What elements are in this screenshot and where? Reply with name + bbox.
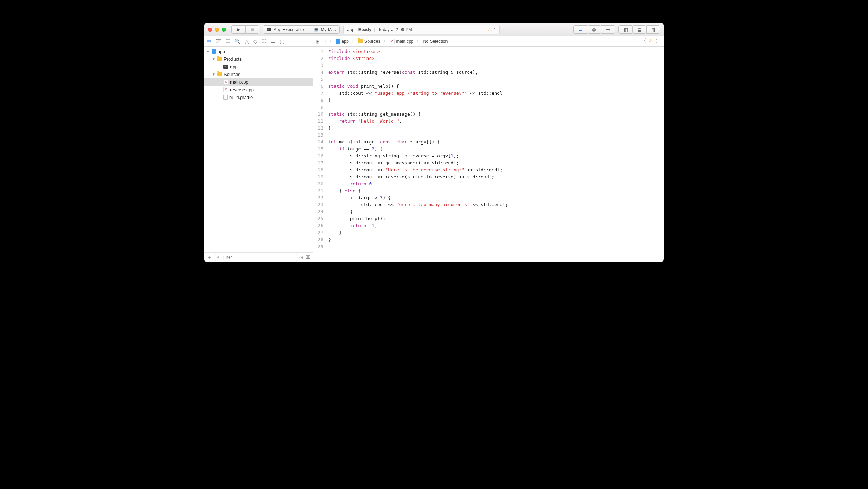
minimize-window-button[interactable] — [215, 28, 219, 32]
scm-filter-icon[interactable]: ⌧ — [305, 255, 310, 260]
add-button[interactable]: ＋ — [206, 253, 213, 262]
titlebar: ▶ ◼ App Executable 〉 💻 My Mac app: Ready… — [204, 23, 664, 36]
related-items-icon[interactable]: ⊞ — [316, 39, 320, 44]
chevron-right-icon: 〉 — [351, 39, 356, 44]
window-controls — [208, 28, 226, 32]
source-control-navigator-tab[interactable]: ⌧ — [215, 38, 221, 45]
right-toolbar: ≡ ◎ ⇋ ◧ ⬓ ◨ — [573, 25, 660, 34]
code-editor[interactable]: 1234567891011121314151617181920212223242… — [313, 47, 664, 262]
warning-issues-icon[interactable]: ⚠ — [648, 38, 653, 45]
main-body: ▼ app ▼ Products app ▼ Sources — [204, 47, 664, 262]
crumb-file[interactable]: main.cpp — [390, 39, 414, 44]
tree-row-sources[interactable]: ▼ Sources — [204, 70, 313, 78]
toggle-right-panel-button[interactable]: ◨ — [646, 25, 660, 34]
nav-forward-button[interactable]: 〉 — [329, 38, 334, 45]
navigator-tabs: ▤ ⌧ ☰ 🔍 △ ◇ ☷ ▭ ▢ — [204, 36, 313, 46]
disclosure-triangle-icon[interactable]: ▼ — [212, 57, 215, 61]
cpp-file-icon — [390, 39, 395, 44]
cpp-file-icon — [223, 87, 228, 92]
activity-status-bar[interactable]: app: Ready | Today at 2:06 PM ⚠ 1 — [343, 25, 500, 34]
status-app: app: — [347, 27, 355, 32]
close-window-button[interactable] — [208, 28, 212, 32]
scheme-destination: My Mac — [321, 27, 336, 32]
status-time: Today at 2:06 PM — [378, 27, 412, 32]
tree-label: app — [230, 64, 238, 69]
stop-button[interactable]: ◼ — [245, 25, 259, 34]
test-navigator-tab[interactable]: ◇ — [253, 38, 258, 45]
chevron-right-icon: 〉 — [306, 27, 311, 32]
status-warning[interactable]: ⚠ 1 — [488, 27, 496, 32]
version-editor-button[interactable]: ⇋ — [601, 25, 615, 34]
run-button[interactable]: ▶ — [231, 25, 245, 34]
project-icon — [336, 39, 340, 44]
chevron-right-icon: 〉 — [416, 39, 421, 44]
chevron-right-icon: 〉 — [382, 39, 388, 44]
scheme-selector[interactable]: App Executable 〉 💻 My Mac — [263, 25, 340, 34]
executable-icon — [223, 65, 228, 69]
executable-icon — [267, 28, 271, 31]
tree-row-reverse-cpp[interactable]: reverse.cpp — [204, 86, 313, 93]
disclosure-triangle-icon[interactable]: ▼ — [206, 49, 210, 53]
tree-row-products[interactable]: ▼ Products — [204, 55, 313, 63]
project-icon — [212, 49, 216, 54]
crumb-project[interactable]: app — [336, 39, 349, 44]
file-tree: ▼ app ▼ Products app ▼ Sources — [204, 47, 313, 252]
run-stop-group: ▶ ◼ — [231, 25, 259, 34]
tree-label: build.gradle — [229, 95, 253, 100]
issue-navigator-tab[interactable]: △ — [245, 38, 249, 45]
report-navigator-tab[interactable]: ▢ — [279, 38, 284, 45]
navigation-bar: ▤ ⌧ ☰ 🔍 △ ◇ ☷ ▭ ▢ ⊞ 〈 〉 app 〉 Sources 〉 … — [204, 36, 664, 47]
standard-editor-button[interactable]: ≡ — [573, 25, 587, 34]
debug-navigator-tab[interactable]: ☷ — [262, 38, 266, 45]
toggle-left-panel-button[interactable]: ◧ — [618, 25, 632, 34]
tree-row-main-cpp[interactable]: main.cpp — [204, 78, 313, 86]
code-area[interactable]: #include <iostream>#include <string> ext… — [326, 47, 664, 262]
filter-input[interactable] — [215, 254, 297, 261]
toggle-bottom-panel-button[interactable]: ⬓ — [632, 25, 646, 34]
assistant-editor-button[interactable]: ◎ — [587, 25, 601, 34]
xcode-window: ▶ ◼ App Executable 〉 💻 My Mac app: Ready… — [204, 23, 664, 262]
nav-back-button[interactable]: 〈 — [322, 38, 327, 45]
tree-row-executable[interactable]: app — [204, 63, 313, 70]
folder-icon — [217, 57, 222, 61]
line-gutter: 1234567891011121314151617181920212223242… — [313, 47, 326, 262]
project-navigator: ▼ app ▼ Products app ▼ Sources — [204, 47, 313, 262]
folder-icon — [217, 72, 222, 76]
jump-back-icon[interactable]: 〈 — [641, 38, 646, 45]
navigator-filter-bar: ＋ ◷ ⌧ — [204, 252, 313, 262]
tree-label: reverse.cpp — [230, 87, 254, 92]
jump-forward-icon[interactable]: 〉 — [655, 38, 661, 45]
tree-label: main.cpp — [230, 79, 248, 85]
editor-breadcrumb: ⊞ 〈 〉 app 〉 Sources 〉 main.cpp 〉 No Sele… — [313, 36, 664, 46]
crumb-selection[interactable]: No Selection — [423, 39, 448, 44]
status-separator: | — [374, 27, 375, 32]
crumb-folder[interactable]: Sources — [358, 39, 380, 44]
find-navigator-tab[interactable]: 🔍 — [234, 38, 241, 45]
disclosure-triangle-icon[interactable]: ▼ — [212, 72, 215, 76]
tree-row-project[interactable]: ▼ app — [204, 47, 313, 55]
tree-label: Sources — [224, 72, 240, 77]
recent-filter-icon[interactable]: ◷ — [299, 255, 303, 260]
warning-icon: ⚠ — [488, 27, 492, 32]
tree-label: Products — [224, 56, 242, 62]
breakpoint-navigator-tab[interactable]: ▭ — [270, 38, 275, 45]
symbol-navigator-tab[interactable]: ☰ — [226, 38, 230, 45]
warning-count: 1 — [494, 27, 496, 32]
tree-row-build-gradle[interactable]: build.gradle — [204, 93, 313, 101]
project-navigator-tab[interactable]: ▤ — [206, 38, 211, 45]
cpp-file-icon — [223, 79, 228, 84]
scheme-target: App Executable — [274, 27, 304, 32]
tree-label: app — [218, 49, 225, 54]
zoom-window-button[interactable] — [222, 28, 226, 32]
laptop-icon: 💻 — [314, 27, 319, 32]
folder-icon — [358, 39, 363, 43]
document-icon — [223, 95, 228, 100]
status-state: Ready — [358, 27, 372, 32]
